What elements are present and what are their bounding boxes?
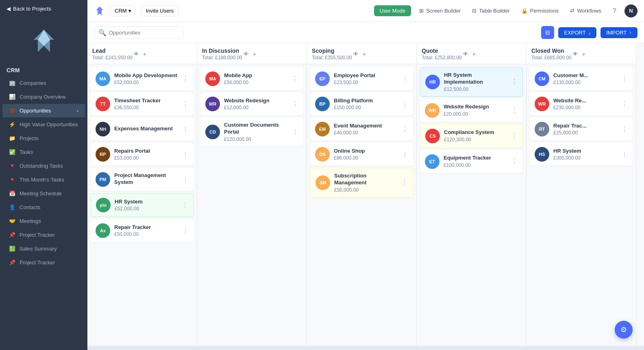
sidebar-icon-outstanding-tasks: 🔻 <box>9 163 15 169</box>
sidebar-item-meetings[interactable]: 🤝 Meetings <box>2 214 85 228</box>
sidebar-item-outstanding-tasks[interactable]: 🔻 Outstanding Tasks <box>2 159 85 173</box>
card-menu-btn-19[interactable]: ⋮ <box>511 158 518 165</box>
card-menu-btn-21[interactable]: ⋮ <box>621 100 628 108</box>
workflows-btn[interactable]: ⇄ Workflows <box>567 6 605 16</box>
sidebar-label-project-tracker-2: Project Tracker <box>20 259 78 266</box>
card-menu-btn-18[interactable]: ⋮ <box>511 132 518 140</box>
col-header-in-discussion: In Discussion Total: £188,000.00 👁 + <box>197 43 307 64</box>
card-menu-btn-23[interactable]: ⋮ <box>621 151 628 158</box>
table-row[interactable]: WR Website Re... £230,000.00 ⋮ <box>530 93 633 115</box>
table-row[interactable]: RT Repair Trac... £25,000.00 ⋮ <box>530 118 633 140</box>
table-row[interactable]: PM Project Management System ⋮ <box>91 168 194 191</box>
sidebar-item-tasks[interactable]: ✅ Tasks <box>2 145 85 159</box>
card-menu-btn-14[interactable]: ⋮ <box>402 151 408 158</box>
card-menu-btn-9[interactable]: ⋮ <box>292 100 298 108</box>
help-icon: ? <box>613 7 616 15</box>
table-row[interactable]: Ax Repair Tracker £50,000.00 ⋮ <box>91 219 194 242</box>
table-builder-btn[interactable]: ⊟ Table Builder <box>469 6 513 16</box>
table-row[interactable]: CD Customer Documents Portal £120,000.00… <box>200 118 303 146</box>
sidebar-item-projects[interactable]: 📁 Projects <box>2 132 85 145</box>
add-card-btn-closed-won[interactable]: + <box>581 50 586 58</box>
card-menu-btn-1[interactable]: ⋮ <box>182 75 189 83</box>
table-row[interactable]: HR HR System Implementation £12,500.00 ⋮ <box>420 67 523 97</box>
col-actions-lead: 👁 + <box>133 50 147 58</box>
sidebar-item-contacts[interactable]: 👤 Contacts <box>2 201 85 214</box>
table-row[interactable]: MA Mobile App £56,000.00 ⋮ <box>200 67 303 90</box>
help-btn[interactable]: ? <box>609 5 620 17</box>
card-name-9: Website Redesign <box>224 97 288 104</box>
table-row[interactable]: HS HR System £300,000.00 ⋮ <box>530 143 633 166</box>
card-menu-btn-20[interactable]: ⋮ <box>621 75 628 83</box>
search-input[interactable] <box>109 30 179 36</box>
add-card-btn-in-discussion[interactable]: + <box>252 50 257 58</box>
card-menu-btn-6[interactable]: ⋮ <box>182 201 188 209</box>
card-menu-btn-7[interactable]: ⋮ <box>182 227 189 235</box>
card-amount-21: £230,000.00 <box>553 105 617 110</box>
card-menu-btn-3[interactable]: ⋮ <box>182 125 189 133</box>
card-name-5: Project Management System <box>114 172 178 186</box>
add-card-btn-lead[interactable]: + <box>142 50 147 58</box>
table-row[interactable]: CM Customer M... £130,000.00 ⋮ <box>530 67 633 90</box>
card-avatar-4: RP <box>96 147 110 162</box>
table-row[interactable]: NH Expenses Management ⋮ <box>91 118 194 140</box>
card-menu-btn-22[interactable]: ⋮ <box>621 125 628 133</box>
card-menu-btn-8[interactable]: ⋮ <box>292 75 298 83</box>
eye-icon-lead[interactable]: 👁 <box>133 50 140 58</box>
table-row[interactable]: OS Online Shop £86,000.00 ⋮ <box>310 143 413 166</box>
card-menu-btn-5[interactable]: ⋮ <box>182 176 189 184</box>
user-mode-btn[interactable]: User Mode <box>374 5 411 16</box>
eye-icon-closed-won[interactable]: 👁 <box>572 50 579 58</box>
table-row[interactable]: pio HR System £52,000.00 ⋮ <box>91 193 194 217</box>
invite-users-btn[interactable]: Invite Users <box>141 5 179 16</box>
import-btn[interactable]: IMPORT ↑ <box>600 27 637 38</box>
screen-builder-btn[interactable]: ⊞ Screen Builder <box>416 6 464 16</box>
user-avatar[interactable]: N <box>624 4 637 17</box>
sidebar-item-opportunities[interactable]: 💼 Opportunities › <box>2 104 85 117</box>
sidebar-item-company-overview[interactable]: 📊 Company Overview <box>2 90 85 104</box>
sidebar-item-project-tracker-2[interactable]: 📌 Project Tracker <box>2 256 85 269</box>
table-row[interactable]: ET Equipment Tracker £100,000.00 ⋮ <box>420 150 523 173</box>
table-row[interactable]: WR Website Redesign £20,000.00 ⋮ <box>420 99 523 122</box>
permissions-btn[interactable]: 🔒 Permissions <box>518 6 562 16</box>
crm-dropdown-btn[interactable]: CRM ▾ <box>110 5 136 16</box>
card-menu-btn-15[interactable]: ⋮ <box>401 179 408 186</box>
horizontal-scrollbar[interactable] <box>87 346 644 350</box>
sidebar-item-sales-summary[interactable]: 💹 Sales Summary <box>2 242 85 255</box>
eye-icon-scoping[interactable]: 👁 <box>352 50 359 58</box>
eye-icon-in-discussion[interactable]: 👁 <box>242 50 250 58</box>
card-amount-19: £100,000.00 <box>444 162 507 168</box>
card-avatar-22: RT <box>535 122 549 136</box>
table-row[interactable]: CS Compliance System £120,300.00 ⋮ <box>420 124 523 148</box>
sidebar-item-companies[interactable]: 🏢 Companies <box>2 76 85 90</box>
card-amount-15: £50,000.00 <box>334 187 397 193</box>
table-row[interactable]: MA Mobile App Development £52,000.00 ⋮ <box>91 67 194 90</box>
card-menu-btn-16[interactable]: ⋮ <box>511 78 518 86</box>
table-row[interactable]: RP Repairs Portal £53,000.00 ⋮ <box>91 143 194 166</box>
card-amount-10: £120,000.00 <box>224 136 288 142</box>
table-row[interactable]: SM Subscription Management £50,000.00 ⋮ <box>310 168 413 197</box>
card-menu-btn-4[interactable]: ⋮ <box>182 151 189 158</box>
table-row[interactable]: EM Event Management £46,000.00 ⋮ <box>310 118 413 140</box>
card-menu-btn-2[interactable]: ⋮ <box>182 100 189 108</box>
back-to-projects-btn[interactable]: ◀ Back to Projects <box>0 0 87 17</box>
card-menu-btn-11[interactable]: ⋮ <box>402 75 408 83</box>
table-row[interactable]: WR Website Redesign £12,000.00 ⋮ <box>200 93 303 115</box>
sidebar-item-project-tracker[interactable]: 📌 Project Tracker <box>2 228 85 242</box>
add-card-btn-quote[interactable]: + <box>472 50 476 58</box>
sidebar-item-this-months-tasks[interactable]: 🔻 This Month's Tasks <box>2 173 85 186</box>
sidebar-item-meeting-schedule[interactable]: 📅 Meeting Schedule <box>2 187 85 200</box>
card-menu-btn-12[interactable]: ⋮ <box>402 100 408 108</box>
add-card-btn-scoping[interactable]: + <box>362 50 367 58</box>
settings-fab[interactable]: ⚙ <box>615 321 633 339</box>
table-row[interactable]: BP Billing Platform £150,000.00 ⋮ <box>310 93 413 115</box>
eye-icon-quote[interactable]: 👁 <box>462 50 469 58</box>
card-menu-btn-17[interactable]: ⋮ <box>511 106 518 114</box>
card-menu-btn-10[interactable]: ⋮ <box>292 128 298 136</box>
filter-btn[interactable]: ⊟ <box>541 26 554 39</box>
sidebar: ◀ Back to Projects CRM 🏢 Companies 📊 Com… <box>0 0 87 350</box>
table-row[interactable]: TT Timesheet Tracker £36,550.00 ⋮ <box>91 93 194 115</box>
card-menu-btn-13[interactable]: ⋮ <box>402 125 408 133</box>
export-btn[interactable]: EXPORT ↓ <box>558 27 596 38</box>
table-row[interactable]: EP Employee Portal £23,500.00 ⋮ <box>310 67 413 90</box>
sidebar-item-high-value[interactable]: ⚡ High Value Opportunities <box>2 118 85 131</box>
